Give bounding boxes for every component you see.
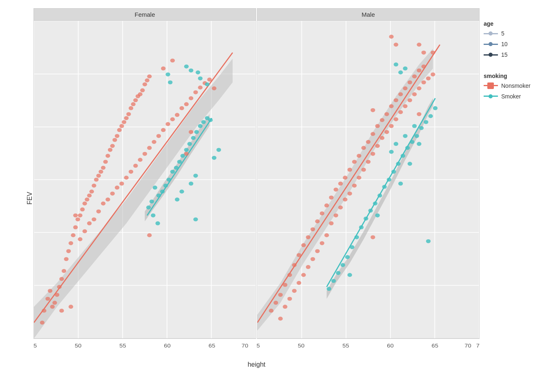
svg-point-90: [175, 113, 179, 117]
svg-point-74: [101, 201, 105, 205]
panel-plot-male: [257, 21, 479, 339]
legend-item-nonsmoker: Nonsmoker: [484, 82, 541, 89]
svg-point-93: [189, 96, 193, 100]
svg-point-245: [391, 170, 396, 174]
svg-text:55: 55: [342, 343, 349, 349]
svg-point-117: [198, 124, 203, 128]
svg-text:65: 65: [209, 343, 216, 349]
svg-text:45: 45: [33, 343, 37, 349]
svg-point-81: [133, 164, 138, 168]
svg-point-79: [124, 176, 129, 180]
svg-point-190: [283, 305, 287, 309]
chart-wrapper: FEV Female: [25, 8, 545, 372]
svg-point-206: [357, 176, 361, 180]
svg-point-266: [398, 71, 403, 75]
svg-point-35: [83, 201, 87, 205]
svg-point-65: [170, 58, 175, 62]
svg-point-131: [179, 189, 184, 194]
svg-point-110: [174, 166, 179, 170]
svg-point-210: [375, 144, 379, 148]
svg-point-63: [147, 74, 152, 78]
svg-point-116: [194, 130, 199, 134]
svg-point-230: [431, 51, 435, 55]
svg-point-243: [382, 185, 386, 189]
svg-point-85: [152, 140, 156, 144]
svg-point-167: [324, 203, 329, 207]
svg-point-84: [147, 146, 152, 150]
svg-point-52: [122, 120, 126, 124]
svg-text:65: 65: [432, 343, 439, 349]
svg-point-194: [301, 273, 306, 277]
svg-point-91: [179, 106, 184, 110]
svg-point-239: [364, 216, 368, 220]
svg-point-219: [417, 86, 421, 90]
svg-point-43: [101, 166, 105, 170]
svg-point-22: [52, 301, 57, 305]
svg-point-120: [208, 118, 212, 122]
legend-item-age-5: 5: [484, 30, 541, 37]
legend-item-age-10: 10: [484, 41, 541, 47]
svg-point-188: [422, 65, 426, 69]
svg-point-125: [196, 71, 200, 75]
svg-point-241: [373, 201, 377, 205]
svg-point-44: [103, 160, 108, 164]
svg-point-260: [348, 273, 352, 277]
svg-point-56: [131, 102, 136, 106]
svg-point-97: [207, 78, 212, 82]
svg-point-156: [274, 301, 278, 305]
svg-point-201: [334, 214, 338, 218]
legend-item-smoker: Smoker: [484, 93, 541, 100]
svg-point-20: [48, 289, 52, 293]
chart-container: FEV Female: [0, 0, 549, 392]
svg-point-171: [343, 176, 347, 180]
svg-point-235: [345, 255, 350, 259]
svg-point-95: [198, 86, 203, 90]
svg-point-129: [156, 221, 160, 225]
svg-point-225: [370, 235, 375, 239]
x-axis-label: height: [33, 359, 480, 372]
svg-point-37: [87, 194, 92, 198]
svg-point-238: [359, 225, 364, 229]
svg-point-92: [184, 102, 189, 106]
svg-point-51: [119, 124, 124, 128]
svg-text:60: 60: [387, 343, 394, 349]
panel-plot-female: [34, 21, 256, 339]
svg-point-108: [167, 178, 171, 182]
svg-point-198: [320, 241, 324, 245]
svg-point-106: [160, 189, 165, 194]
svg-point-41: [96, 174, 101, 178]
svg-point-86: [156, 134, 161, 138]
smoking-legend-title: smoking: [484, 73, 541, 79]
svg-point-60: [140, 88, 145, 92]
svg-point-164: [310, 227, 315, 232]
svg-point-186: [412, 74, 417, 78]
svg-point-191: [288, 297, 292, 301]
svg-point-124: [189, 69, 193, 73]
svg-point-82: [138, 158, 143, 162]
male-plot-svg: [257, 21, 479, 339]
legend-item-age-15: 15: [484, 51, 541, 58]
svg-point-98: [147, 233, 152, 237]
svg-point-45: [105, 154, 110, 158]
svg-point-202: [338, 205, 343, 209]
svg-point-179: [380, 118, 384, 122]
svg-point-115: [191, 136, 196, 140]
svg-point-42: [98, 170, 103, 174]
svg-point-255: [389, 150, 393, 154]
svg-point-18: [42, 309, 46, 313]
svg-point-216: [403, 104, 407, 108]
y-axis-label: FEV: [25, 8, 33, 372]
svg-point-49: [115, 134, 119, 138]
svg-point-73: [96, 209, 101, 214]
svg-point-121: [165, 72, 170, 76]
svg-point-21: [50, 305, 55, 309]
svg-point-64: [161, 67, 165, 71]
svg-point-70: [83, 229, 87, 234]
svg-point-31: [73, 225, 78, 229]
nonsmoker-label: Nonsmoker: [501, 82, 531, 89]
svg-point-135: [216, 148, 221, 152]
svg-point-233: [336, 271, 340, 275]
age-5-label: 5: [501, 30, 504, 37]
svg-point-132: [189, 182, 193, 186]
svg-point-263: [408, 162, 412, 166]
